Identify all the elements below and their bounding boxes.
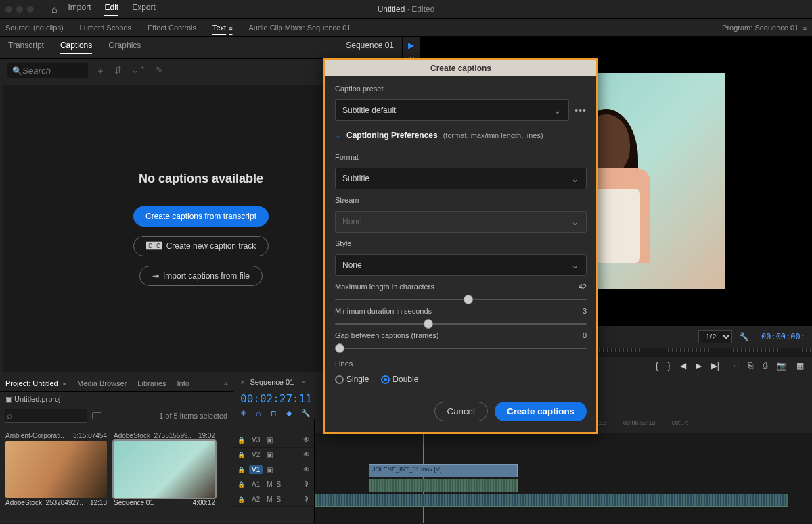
tab-program[interactable]: Program: Sequence 01 ≡ bbox=[722, 24, 807, 32]
panel-tab-row: Source: (no clips) Lumetri Scopes Effect… bbox=[0, 19, 812, 37]
marker-icon[interactable]: ◆ bbox=[286, 409, 292, 418]
style-label: Style bbox=[335, 239, 587, 247]
tab-effects[interactable]: Effect Controls bbox=[148, 24, 196, 32]
step-back-icon[interactable]: ◀ bbox=[680, 361, 686, 371]
chevron-down-icon bbox=[554, 105, 562, 116]
subtab-captions[interactable]: Captions bbox=[60, 41, 92, 54]
chevron-down-icon bbox=[571, 260, 579, 270]
tab-export[interactable]: Export bbox=[132, 3, 156, 16]
overflow-icon[interactable]: » bbox=[223, 379, 227, 387]
tab-text[interactable]: Text≡ bbox=[212, 24, 232, 32]
link-icon[interactable]: ∩ bbox=[256, 409, 261, 418]
document-title: Untitled · Edited bbox=[378, 5, 435, 14]
stream-label: Stream bbox=[335, 196, 587, 204]
style-select[interactable]: None bbox=[335, 254, 587, 276]
chip-icon[interactable] bbox=[92, 412, 102, 419]
maxlen-value: 42 bbox=[579, 283, 587, 291]
timeline-clip-audio[interactable] bbox=[315, 494, 788, 507]
create-captions-button[interactable]: Create captions bbox=[495, 402, 587, 421]
format-label: Format bbox=[335, 153, 587, 161]
caption-search[interactable]: 🔍 bbox=[7, 63, 88, 78]
export-frame-icon[interactable]: 📷 bbox=[777, 361, 787, 371]
tab-media-browser[interactable]: Media Browser bbox=[77, 379, 127, 387]
cancel-button[interactable]: Cancel bbox=[434, 402, 489, 421]
mindur-slider[interactable] bbox=[335, 323, 587, 325]
tab-project[interactable]: Project: Untitled ≡ bbox=[5, 379, 66, 387]
mark-out-icon[interactable]: } bbox=[668, 361, 671, 371]
prefs-disclosure[interactable]: ⌄ Captioning Preferences (format, max/mi… bbox=[335, 128, 587, 143]
selection-tool-icon[interactable]: ▶ bbox=[408, 41, 414, 50]
tab-import[interactable]: Import bbox=[68, 3, 91, 16]
track-v3[interactable]: 🔒V3▣👁 bbox=[233, 433, 314, 448]
tab-source[interactable]: Source: (no clips) bbox=[5, 24, 64, 32]
panel-menu-icon[interactable]: ≡ bbox=[302, 379, 305, 385]
subtab-graphics[interactable]: Graphics bbox=[108, 41, 141, 54]
settings-icon[interactable]: 🔧 bbox=[739, 332, 749, 341]
lines-single-radio[interactable]: Single bbox=[335, 375, 369, 384]
tab-lumetri[interactable]: Lumetri Scopes bbox=[80, 24, 131, 32]
wrench-icon[interactable]: 🔧 bbox=[301, 409, 311, 418]
clip-item[interactable]: Ambient-Corporati..3:15:07454 AdobeStock… bbox=[5, 431, 107, 508]
merge-icon[interactable]: ⌄⌃ bbox=[131, 65, 146, 77]
maxlen-slider[interactable] bbox=[335, 299, 587, 300]
track-v2[interactable]: 🔒V2▣👁 bbox=[233, 448, 314, 462]
create-new-track-button[interactable]: 🅲🅲Create new caption track bbox=[133, 236, 269, 256]
max-dot[interactable] bbox=[27, 6, 34, 13]
zoom-select[interactable]: 1/2 bbox=[698, 330, 732, 343]
play-icon[interactable]: ▶ bbox=[696, 361, 702, 371]
step-fwd-icon[interactable]: ▶| bbox=[711, 361, 719, 371]
clip-item[interactable]: AdobeStock_275515599..19:02 Sequence 014… bbox=[114, 431, 215, 508]
window-controls[interactable] bbox=[5, 6, 34, 13]
no-captions-label: No captions available bbox=[139, 172, 263, 186]
min-dot[interactable] bbox=[16, 6, 23, 13]
workspace-tabs: Import Edit Export bbox=[68, 3, 155, 16]
project-file: Untitled.prproj bbox=[14, 395, 60, 403]
gap-slider[interactable] bbox=[335, 348, 587, 349]
program-timecode: 00:00:00: bbox=[761, 332, 805, 341]
import-captions-button[interactable]: ⇥Import captions from file bbox=[139, 266, 263, 286]
chevron-down-icon bbox=[571, 216, 579, 227]
project-filter-input[interactable] bbox=[5, 409, 87, 423]
search-icon: 🔍 bbox=[12, 66, 22, 76]
tab-audiomixer[interactable]: Audio Clip Mixer: Sequence 01 bbox=[248, 24, 351, 32]
search-input[interactable] bbox=[22, 66, 76, 76]
comparison-icon[interactable]: ▦ bbox=[796, 361, 804, 371]
timeline-clip-audio[interactable] bbox=[369, 479, 518, 492]
close-dot[interactable] bbox=[5, 6, 12, 13]
format-select[interactable]: Subtitle bbox=[335, 168, 587, 189]
more-icon[interactable]: ••• bbox=[574, 105, 587, 116]
mindur-value: 3 bbox=[583, 307, 587, 315]
split-icon[interactable]: ⇵ bbox=[114, 65, 122, 77]
maxlen-label: Maximum length in characters bbox=[335, 283, 434, 291]
tab-edit[interactable]: Edit bbox=[104, 3, 118, 16]
tab-libraries[interactable]: Libraries bbox=[137, 379, 166, 387]
add-icon[interactable]: ＋ bbox=[96, 65, 105, 77]
clip-thumbnail[interactable] bbox=[114, 441, 215, 498]
close-icon[interactable]: × bbox=[240, 378, 244, 386]
edit-icon[interactable]: ✎ bbox=[156, 65, 163, 77]
mindur-label: Minimum duration in seconds bbox=[335, 307, 432, 315]
track-a2[interactable]: 🔒A2MS🎙 bbox=[233, 492, 314, 507]
timeline-clip-video[interactable]: JOLENE_INT_01.mov [V] bbox=[369, 464, 518, 477]
track-a1[interactable]: 🔒A1MS🎙 bbox=[233, 477, 314, 492]
tab-info[interactable]: Info bbox=[177, 379, 189, 387]
goto-end-icon[interactable]: →| bbox=[729, 361, 739, 371]
chevron-down-icon bbox=[571, 173, 579, 184]
lines-double-radio[interactable]: Double bbox=[381, 375, 418, 384]
create-from-transcript-button[interactable]: Create captions from transcript bbox=[133, 206, 269, 227]
track-v1[interactable]: 🔒V1▣👁 bbox=[233, 462, 314, 477]
sequence-tab[interactable]: Sequence 01 bbox=[250, 378, 294, 386]
preset-select[interactable]: Subtitle default bbox=[335, 99, 569, 121]
track-headers: 🔒V3▣👁 🔒V2▣👁 🔒V1▣👁 🔒A1MS🎙 🔒A2MS🎙 bbox=[233, 419, 315, 523]
gap-label: Gap between captions (frames) bbox=[335, 331, 438, 339]
preset-label: Caption preset bbox=[335, 85, 587, 93]
lift-icon[interactable]: ⎘ bbox=[748, 361, 753, 371]
mark-in-icon[interactable]: { bbox=[656, 361, 658, 371]
clip-thumbnail[interactable] bbox=[5, 441, 107, 498]
timeline-tracks[interactable]: 0:03:59:1800:04:59:1600:05:59:1500:06:59… bbox=[315, 419, 812, 523]
extract-icon[interactable]: ⎙ bbox=[763, 361, 767, 371]
home-icon[interactable]: ⌂ bbox=[51, 4, 57, 15]
snap-icon[interactable]: ❄ bbox=[240, 409, 246, 418]
magnet-icon[interactable]: ⊓ bbox=[271, 409, 277, 418]
subtab-transcript[interactable]: Transcript bbox=[8, 41, 44, 54]
